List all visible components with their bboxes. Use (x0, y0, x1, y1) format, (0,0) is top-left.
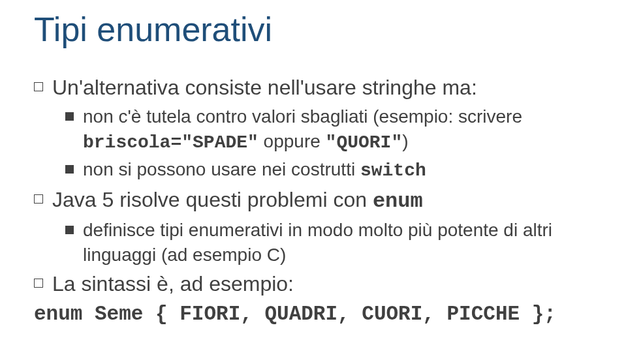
text: non si possono usare nei costrutti (83, 159, 360, 179)
text: oppure (258, 131, 326, 151)
text: definisce tipi enumerativi in modo molto… (83, 220, 552, 265)
bullet-text: Un'alternativa consiste nell'usare strin… (52, 74, 477, 102)
bullet-text: Java 5 risolve questi problemi con enum (52, 186, 423, 215)
bullet-text: definisce tipi enumerativi in modo molto… (83, 218, 592, 267)
text: Java 5 risolve questi problemi con (52, 188, 373, 211)
square-bullet-icon (65, 165, 74, 174)
code-text: switch (360, 160, 426, 181)
bullet-text: non si possono usare nei costrutti switc… (83, 157, 426, 183)
code-text: "QUORI" (326, 132, 403, 153)
slide-title: Tipi enumerativi (34, 12, 592, 48)
code-text: briscola="SPADE" (83, 132, 258, 153)
square-bullet-icon (65, 226, 74, 234)
text: Un'alternativa consiste nell'usare strin… (52, 76, 477, 99)
code-line: enum Seme { FIORI, QUADRI, CUORI, PICCHE… (34, 301, 592, 328)
square-bullet-icon (34, 279, 43, 288)
square-bullet-icon (34, 194, 43, 204)
code-text: enum Seme { FIORI, QUADRI, CUORI, PICCHE… (34, 301, 556, 328)
slide: Tipi enumerativi Un'alternativa consiste… (0, 0, 626, 364)
bullet-level2: non c'è tutela contro valori sbagliati (… (65, 104, 592, 155)
square-bullet-icon (65, 112, 74, 121)
bullet-level1: Java 5 risolve questi problemi con enum (34, 186, 592, 215)
bullet-text: non c'è tutela contro valori sbagliati (… (83, 104, 592, 155)
bullet-text: La sintassi è, ad esempio: (52, 270, 294, 298)
bullet-level1: La sintassi è, ad esempio: (34, 270, 592, 298)
bullet-level2: definisce tipi enumerativi in modo molto… (65, 218, 592, 267)
code-text: enum (373, 189, 423, 213)
text: La sintassi è, ad esempio: (52, 272, 294, 296)
text: non c'è tutela contro valori sbagliati (… (83, 106, 522, 127)
bullet-level2: non si possono usare nei costrutti switc… (65, 157, 592, 183)
text: ) (402, 131, 408, 151)
bullet-level1: Un'alternativa consiste nell'usare strin… (34, 74, 592, 102)
square-bullet-icon (34, 82, 43, 91)
